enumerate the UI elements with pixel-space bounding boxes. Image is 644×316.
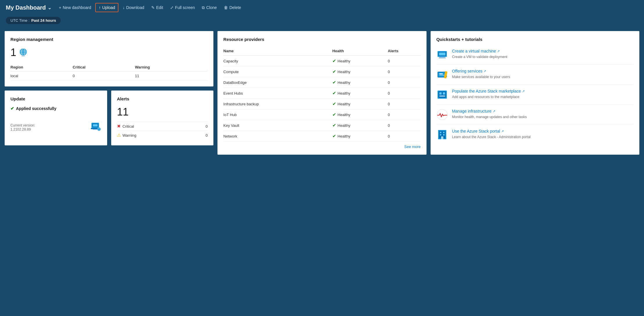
svg-rect-31 [440, 132, 441, 133]
fullscreen-button[interactable]: ⤢ Full screen [167, 3, 198, 12]
qs-text-manage-infra: Manage infrastructure ↗ Monitor health, … [452, 109, 634, 120]
quickstart-item-manage-infra[interactable]: Manage infrastructure ↗ Monitor health, … [436, 105, 634, 125]
delete-icon: 🗑 [224, 5, 228, 10]
svg-rect-35 [441, 136, 443, 139]
table-row: Network ✔ Healthy 0 [223, 131, 420, 142]
main-grid: Region management 1 Regi [0, 28, 644, 159]
health-check-icon: ✔ [332, 123, 336, 128]
warning-label: Warning [123, 133, 204, 138]
critical-count: 0 [206, 124, 208, 129]
svg-rect-33 [440, 134, 441, 136]
region-local: local [10, 71, 73, 81]
qs-text-marketplace: Populate the Azure Stack marketplace ↗ A… [452, 89, 634, 100]
clone-button[interactable]: ⧉ Clone [199, 3, 220, 12]
external-link-icon: ↗ [483, 69, 486, 73]
fullscreen-icon: ⤢ [170, 5, 174, 10]
quickstarts-title: Quickstarts + tutorials [436, 37, 634, 42]
qs-link-marketplace[interactable]: Populate the Azure Stack marketplace ↗ [452, 89, 634, 93]
rp-name: Infrastructure backup [223, 99, 332, 109]
region-table: Region Critical Warning local 0 11 [10, 63, 208, 81]
health-check-icon: ✔ [332, 80, 336, 85]
rp-alerts: 0 [388, 120, 420, 131]
col-critical: Critical [73, 63, 135, 71]
rp-col-name: Name [223, 46, 332, 56]
qs-link-offering-services[interactable]: Offering services ↗ [452, 69, 634, 73]
external-link-icon: ↗ [493, 109, 495, 113]
svg-rect-20 [439, 73, 443, 74]
quickstart-item-offering-services[interactable]: Offering services ↗ Make services availa… [436, 65, 634, 85]
warning-count: 0 [206, 133, 208, 138]
warning-icon: ⚠ [117, 133, 121, 138]
download-icon: ↓ [123, 5, 125, 10]
alerts-card: Alerts 11 ✖ Critical 0 ⚠ Warning 0 [111, 91, 214, 145]
external-link-icon: ↗ [501, 129, 504, 133]
topbar: My Dashboard ⌄ + New dashboard ↑ Upload … [0, 0, 644, 15]
svg-rect-21 [439, 75, 445, 75]
globe-icon [19, 48, 28, 57]
health-check-icon: ✔ [332, 58, 336, 64]
rp-col-alerts: Alerts [388, 46, 420, 56]
table-row: Event Hubs ✔ Healthy 0 [223, 88, 420, 99]
table-row: IoT Hub ✔ Healthy 0 [223, 109, 420, 120]
health-check-icon: ✔ [332, 69, 336, 74]
external-link-icon: ↗ [522, 89, 525, 93]
time-badge: UTC Time : Past 24 hours [6, 17, 61, 24]
rp-name: Network [223, 131, 332, 142]
table-row: Key Vault ✔ Healthy 0 [223, 120, 420, 131]
qs-link-create-vm[interactable]: Create a virtual machine ↗ [452, 49, 634, 53]
qs-desc-marketplace: Add apps and resources to the marketplac… [452, 95, 634, 100]
new-dashboard-button[interactable]: + New dashboard [56, 3, 94, 12]
critical-icon: ✖ [117, 124, 121, 129]
edit-icon: ✎ [151, 5, 155, 10]
health-check-icon: ✔ [332, 101, 336, 106]
table-row: DataBoxEdge ✔ Healthy 0 [223, 77, 420, 88]
delete-button[interactable]: 🗑 Delete [221, 3, 244, 12]
alert-warning-row: ⚠ Warning 0 [117, 131, 208, 140]
left-column: Region management 1 Regi [5, 31, 213, 155]
rp-health: ✔ Healthy [332, 120, 388, 131]
rp-health: ✔ Healthy [332, 99, 388, 109]
version-info: Current version: 1.2102.28.89 [10, 123, 35, 131]
update-title: Update [10, 96, 101, 101]
col-warning: Warning [135, 63, 208, 71]
region-count: 1 [10, 46, 208, 59]
edit-button[interactable]: ✎ Edit [148, 3, 166, 12]
rp-col-health: Health [332, 46, 388, 56]
table-row: Capacity ✔ Healthy 0 [223, 56, 420, 66]
marketplace-icon [436, 89, 448, 100]
resource-providers-card: Resource providers Name Health Alerts Ca… [217, 31, 426, 155]
table-row: Infrastructure backup ✔ Healthy 0 [223, 99, 420, 109]
table-row: Compute ✔ Healthy 0 [223, 66, 420, 77]
check-icon: ✔ [10, 106, 14, 111]
rp-health: ✔ Healthy [332, 88, 388, 99]
qs-text-create-vm: Create a virtual machine ↗ Create a VM t… [452, 49, 634, 59]
chevron-down-icon[interactable]: ⌄ [48, 5, 51, 10]
region-critical: 0 [73, 71, 135, 81]
rp-health: ✔ Healthy [332, 109, 388, 120]
resource-providers-title: Resource providers [223, 37, 420, 42]
see-more-button[interactable]: See more [223, 145, 420, 149]
rp-alerts: 0 [388, 99, 420, 109]
rp-health: ✔ Healthy [332, 56, 388, 66]
qs-text-offering-services: Offering services ↗ Make services availa… [452, 69, 634, 80]
download-button[interactable]: ↓ Download [120, 3, 147, 12]
update-card: Update ✔ Applied successfully Current ve… [5, 91, 107, 145]
qs-link-azure-portal[interactable]: Use the Azure Stack portal ↗ [452, 129, 634, 133]
resource-providers-table: Name Health Alerts Capacity ✔ Healthy 0 … [223, 46, 420, 142]
svg-rect-9 [93, 124, 98, 127]
quickstart-item-azure-portal[interactable]: Use the Azure Stack portal ↗ Learn about… [436, 125, 634, 145]
rp-alerts: 0 [388, 56, 420, 66]
rp-name: Key Vault [223, 120, 332, 131]
region-warning: 11 [135, 71, 208, 81]
upload-button[interactable]: ↑ Upload [95, 3, 118, 12]
quickstart-item-create-vm[interactable]: Create a virtual machine ↗ Create a VM t… [436, 46, 634, 65]
quickstarts-card: Quickstarts + tutorials Create a virtual… [431, 31, 639, 155]
qs-link-manage-infra[interactable]: Manage infrastructure ↗ [452, 109, 634, 113]
qs-desc-offering-services: Make services available to your users [452, 75, 634, 80]
rp-name: Event Hubs [223, 88, 332, 99]
rp-alerts: 0 [388, 109, 420, 120]
alert-critical-row: ✖ Critical 0 [117, 122, 208, 131]
quickstart-item-marketplace[interactable]: Populate the Azure Stack marketplace ↗ A… [436, 85, 634, 105]
qs-desc-azure-portal: Learn about the Azure Stack - Administra… [452, 135, 634, 140]
alerts-count: 11 [117, 106, 208, 118]
